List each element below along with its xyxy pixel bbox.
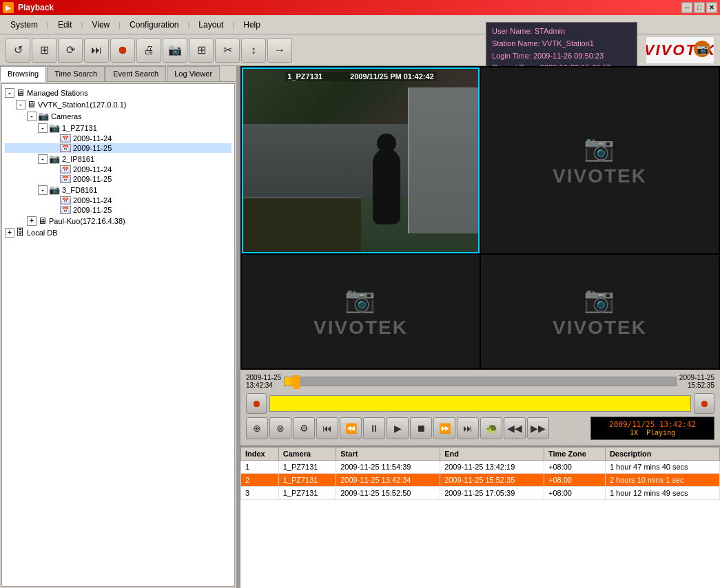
timeline-bar[interactable] — [284, 377, 677, 386]
playback-skipstart-button[interactable]: ⏮ — [316, 417, 338, 439]
vivotek-watermark-4: 📷 VIVOTEK — [553, 285, 647, 339]
video-image-1 — [243, 69, 478, 252]
tree-camera-1[interactable]: - 📷 1_PZ7131 — [5, 122, 232, 134]
tree-date-icon-5: 📅 — [60, 196, 71, 204]
tree-cam1-date1[interactable]: 📅 2009-11-24 — [5, 134, 232, 143]
toolbar-capture-button[interactable]: 📷 — [163, 38, 187, 63]
tree-cam1-date2[interactable]: 📅 2009-11-25 — [5, 143, 232, 153]
tree-root[interactable]: - 🖥 Managed Stations — [5, 87, 232, 98]
toolbar-print-button[interactable]: 🖨 — [136, 38, 161, 63]
record-end-button[interactable]: ⏺ — [694, 393, 714, 414]
tree-camera-2[interactable]: - 📷 2_IP8161 — [5, 153, 232, 165]
toolbar-next-button[interactable]: ⏭ — [84, 38, 109, 63]
menu-configuration[interactable]: Configuration — [122, 17, 186, 32]
cell-timezone: +08:00 — [544, 474, 606, 487]
tree-local-db[interactable]: + 🗄 Local DB — [5, 227, 232, 238]
tree-cam3-icon: 📷 — [49, 185, 60, 195]
cell-index: 2 — [241, 474, 279, 487]
tree-station-expander[interactable]: - — [16, 100, 25, 109]
playback-next-frame-button[interactable]: ⏩ — [433, 417, 455, 439]
tree-cam3-date1[interactable]: 📅 2009-11-24 — [5, 196, 232, 205]
tree-station[interactable]: - 🖥 VVTK_Station1(127.0.0.1) — [5, 98, 232, 110]
cell-description: 1 hour 47 mins 40 secs — [605, 461, 719, 474]
timeline-thumb[interactable] — [293, 375, 300, 389]
video-cell-2[interactable]: 📷 VIVOTEK — [481, 67, 719, 253]
tree-camera-3[interactable]: - 📷 3_FD8161 — [5, 184, 232, 196]
timeline-start-date: 2009-11-25 — [246, 374, 281, 381]
tree-cam2-date1[interactable]: 📅 2009-11-24 — [5, 165, 232, 174]
playback-bookmark2-button[interactable]: ⊗ — [269, 417, 291, 439]
tree-paulkuo-icon: 🖥 — [38, 216, 47, 226]
playback-skipend-button[interactable]: ⏭ — [457, 417, 479, 439]
tree-paulkuo-expander[interactable]: + — [27, 216, 37, 226]
minimize-button[interactable]: ─ — [681, 2, 692, 13]
toolbar-split-button[interactable]: ↕ — [241, 38, 266, 63]
tree-cam3-expander[interactable]: - — [38, 185, 48, 195]
table-row[interactable]: 11_PZ71312009-11-25 11:54:392009-11-25 1… — [241, 461, 720, 474]
record-track — [269, 395, 691, 412]
record-start-button[interactable]: ⏺ — [246, 393, 267, 414]
table-row[interactable]: 31_PZ71312009-11-25 15:52:502009-11-25 1… — [241, 487, 720, 500]
right-panel: 1_PZ7131 2009/11/25 PM 01:42:42 📷 VIVOTE… — [240, 66, 720, 588]
col-index: Index — [241, 448, 279, 461]
playback-play-button[interactable]: ▶ — [387, 417, 409, 439]
cell-end: 2009-11-25 13:42:19 — [440, 461, 544, 474]
tree-cam3-date2[interactable]: 📅 2009-11-25 — [5, 205, 232, 215]
toolbar-record-button[interactable]: ⏺ — [110, 38, 135, 63]
playback-pause-button[interactable]: ⏸ — [363, 417, 385, 439]
playback-fast-button[interactable]: ▶▶ — [527, 417, 549, 439]
logo-camera-icon: 📷 — [694, 41, 710, 57]
playback-stop-button[interactable]: ⏹ — [410, 417, 432, 439]
col-camera: Camera — [278, 448, 336, 461]
video-cell-4[interactable]: 📷 VIVOTEK — [481, 255, 719, 368]
menu-help[interactable]: Help — [236, 17, 268, 32]
timeline: 2009-11-25 13:42:34 2009-11-25 15:52:35 — [246, 372, 714, 390]
tab-event-search[interactable]: Event Search — [105, 66, 166, 81]
cell-index: 3 — [241, 487, 279, 500]
tree-panel[interactable]: - 🖥 Managed Stations - 🖥 VVTK_Station1(1… — [1, 83, 235, 587]
video-cell-1[interactable]: 1_PZ7131 2009/11/25 PM 01:42:42 — [242, 67, 480, 253]
menu-layout[interactable]: Layout — [191, 17, 231, 32]
station-name-label: Station Name: VVTK_Station1 — [492, 38, 631, 50]
tree-paul-kuo[interactable]: + 🖥 Paul-Kuo(172.16.4.38) — [5, 215, 232, 227]
tree-cam2-icon: 📷 — [49, 154, 60, 164]
toolbar-layout-button[interactable]: ⊞ — [32, 38, 56, 63]
control-buttons: ⊕ ⊗ ⚙ ⏮ ⏪ ⏸ ▶ ⏹ ⏩ ⏭ 🐢 ◀◀ ▶▶ 2009/11/25 1… — [246, 417, 714, 440]
tab-browsing[interactable]: Browsing — [0, 66, 46, 82]
playback-bookmark-button[interactable]: ⊕ — [246, 417, 268, 439]
tree-cam1-label: 1_PZ7131 — [62, 124, 97, 132]
tree-root-expander[interactable]: - — [5, 88, 14, 98]
menu-edit[interactable]: Edit — [50, 17, 80, 32]
toolbar-export-button[interactable]: → — [267, 38, 292, 63]
toolbar-grid-button[interactable]: ⊞ — [189, 38, 214, 63]
video-grid: 1_PZ7131 2009/11/25 PM 01:42:42 📷 VIVOTE… — [240, 66, 720, 370]
tree-root-label: Managed Stations — [27, 89, 88, 97]
tab-time-search[interactable]: Time Search — [47, 66, 105, 81]
table-row[interactable]: 21_PZ71312009-11-25 13:42:342009-11-25 1… — [241, 474, 720, 487]
menu-view[interactable]: View — [84, 17, 117, 32]
tree-localdb-expander[interactable]: + — [5, 228, 14, 238]
playback-display: 2009/11/25 13:42:42 1X Playing — [590, 417, 714, 440]
tree-cameras[interactable]: - 📷 Cameras — [5, 110, 232, 122]
toolbar-cut-button[interactable]: ✂ — [215, 38, 240, 63]
playback-datetime: 2009/11/25 13:42:42 — [597, 420, 708, 429]
vivotek-logo: VIVOT●K 📷 — [646, 36, 714, 64]
toolbar-refresh-button[interactable]: ↺ — [6, 38, 30, 63]
playback-slow-button[interactable]: 🐢 — [480, 417, 502, 439]
close-button[interactable]: ✕ — [706, 2, 717, 13]
tree-cam2-date2[interactable]: 📅 2009-11-25 — [5, 174, 232, 184]
tree-cam1-expander[interactable]: - — [38, 123, 48, 133]
playback-prev-button[interactable]: ⏪ — [340, 417, 362, 439]
playback-rewind-button[interactable]: ◀◀ — [504, 417, 526, 439]
tree-cameras-expander[interactable]: - — [27, 112, 37, 121]
tree-cam2-expander[interactable]: - — [38, 154, 48, 164]
video-cell-3[interactable]: 📷 VIVOTEK — [242, 255, 480, 368]
maximize-button[interactable]: □ — [694, 2, 705, 13]
playback-settings-button[interactable]: ⚙ — [293, 417, 315, 439]
tab-log-viewer[interactable]: Log Viewer — [167, 66, 220, 81]
menu-system[interactable]: System — [3, 17, 45, 32]
cell-end: 2009-11-25 15:52:35 — [440, 474, 544, 487]
toolbar-sync-button[interactable]: ⟳ — [58, 38, 83, 63]
tree-cam3-date2-label: 2009-11-25 — [73, 206, 112, 214]
timeline-end-time: 15:52:35 — [688, 381, 714, 389]
